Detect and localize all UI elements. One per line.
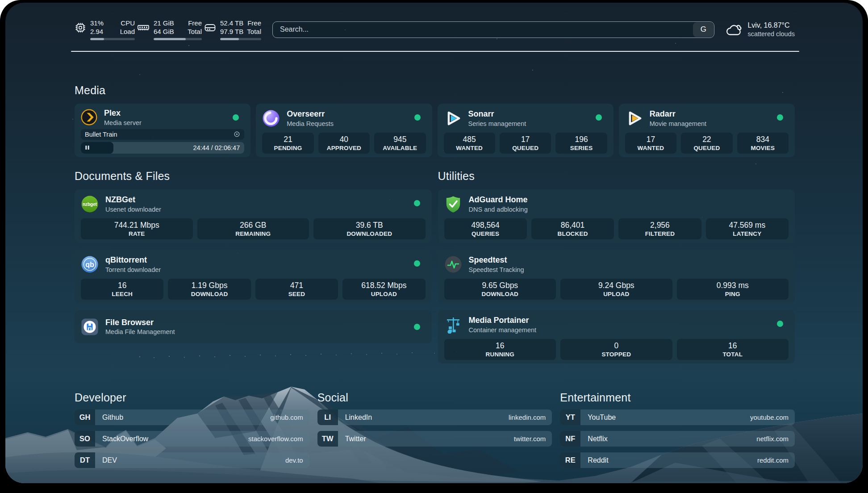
status-online-dot (596, 114, 602, 121)
stat-ping: 0.993 msPING (677, 279, 789, 300)
status-online-dot (414, 200, 420, 206)
service-card-overseerr[interactable]: OverseerrMedia Requests21PENDING40APPROV… (256, 104, 432, 157)
bookmark-abbr: NF (560, 431, 580, 447)
now-playing-row: Bullet Train (81, 129, 244, 140)
stat-label: APPROVED (327, 145, 361, 152)
stat-approved: 40APPROVED (318, 133, 370, 154)
radarr-icon (625, 109, 643, 127)
status-online-dot (777, 114, 783, 121)
service-subtitle: Media File Management (105, 328, 175, 335)
speedtest-icon (444, 255, 462, 273)
google-search-button[interactable]: G (693, 22, 714, 37)
stat-remaining: 266 GBREMAINING (197, 218, 309, 239)
bookmark-group-developer: DeveloperGHGithubgithub.comSOStackOverfl… (75, 391, 309, 468)
stat-label: REMAINING (235, 230, 271, 238)
stat-download: 9.65 GbpsDOWNLOAD (444, 279, 556, 300)
service-card-sonarr[interactable]: SonarrSeries management485WANTED17QUEUED… (438, 104, 613, 157)
stat-value: 498,564 (472, 221, 500, 230)
stat-label: UPLOAD (603, 291, 629, 298)
bookmark-reddit[interactable]: RERedditreddit.com (560, 452, 795, 468)
stat-value: 1.19 Gbps (192, 281, 228, 290)
service-card-nzbget[interactable]: nzbgetNZBGetUsenet downloader744.21 Mbps… (75, 189, 432, 243)
section-title-utilities: Utilities (438, 170, 795, 183)
bookmark-abbr: TW (317, 431, 338, 447)
service-name: Media Portainer (469, 316, 537, 325)
bookmark-abbr: DT (75, 452, 95, 468)
service-card-file-browser[interactable]: File BrowserMedia File Management (75, 310, 432, 343)
media-cards: PlexMedia serverBullet Train24:44 / 02:0… (75, 104, 795, 157)
search-input[interactable] (272, 21, 714, 38)
service-subtitle: Media server (104, 119, 142, 126)
memory-total-label: Total (188, 27, 202, 36)
stat-label: SEED (288, 291, 305, 298)
stat-label: MOVIES (751, 145, 775, 152)
service-subtitle: Torrent downloader (105, 266, 161, 273)
bookmark-github[interactable]: GHGithubgithub.com (75, 409, 309, 425)
stat-wanted: 485WANTED (444, 133, 495, 154)
stat-seed: 471SEED (255, 279, 338, 300)
service-card-plex[interactable]: PlexMedia serverBullet Train24:44 / 02:0… (75, 104, 250, 157)
bookmark-abbr: YT (560, 409, 580, 425)
service-name: AdGuard Home (469, 195, 528, 205)
bookmark-name: Twitter (338, 431, 366, 447)
service-subtitle: Media Requests (287, 120, 334, 127)
bookmark-abbr: LI (317, 409, 338, 425)
stat-leech: 16LEECH (81, 279, 163, 300)
status-online-dot (414, 324, 420, 330)
stat-queued: 22QUEUED (681, 133, 732, 154)
bookmark-netflix[interactable]: NFNetflixnetflix.com (560, 431, 795, 447)
storage-total-value: 97.9 TB (220, 27, 243, 36)
stat-value: 16 (496, 341, 504, 351)
bookmark-dev[interactable]: DTDEVdev.to (75, 452, 309, 468)
stat-value: 9.24 Gbps (598, 281, 634, 290)
service-name: Overseerr (287, 109, 334, 119)
service-subtitle: DNS and adblocking (469, 206, 528, 213)
service-subtitle: Usenet downloader (105, 206, 161, 213)
service-card-qbittorrent[interactable]: qbqBittorrentTorrent downloader16LEECH1.… (75, 250, 432, 303)
player-time: 24:44 / 02:06:47 (193, 142, 240, 154)
service-card-media-portainer[interactable]: Media PortainerContainer management16RUN… (438, 310, 795, 363)
session-icon (234, 131, 240, 138)
bookmark-youtube[interactable]: YTYouTubeyoutube.com (560, 409, 795, 425)
storage-free-label: Free (247, 19, 261, 27)
adguard-icon (444, 195, 462, 213)
storage-free-value: 52.4 TB (220, 19, 243, 27)
bookmark-linkedin[interactable]: LILinkedInlinkedin.com (317, 409, 552, 425)
stat-queued: 17QUEUED (500, 133, 551, 154)
cpu-load-value: 2.94 (90, 27, 104, 36)
service-name: Radarr (650, 109, 706, 119)
portainer-icon (444, 316, 462, 334)
stat-label: DOWNLOADED (346, 230, 392, 238)
service-card-speedtest[interactable]: SpeedtestSpeedtest Tracking9.65 GbpsDOWN… (438, 250, 795, 303)
weather-widget: Lviv, 16.87°C scattered clouds (725, 21, 795, 38)
stat-value: 9.65 Gbps (482, 281, 518, 290)
stat-label: RATE (129, 230, 145, 238)
stat-total: 16TOTAL (677, 339, 789, 360)
service-name: File Browser (105, 318, 175, 327)
stat-series: 196SERIES (555, 133, 607, 154)
stat-value: 471 (290, 281, 303, 290)
stat-value: 945 (393, 135, 406, 144)
bookmark-twitter[interactable]: TWTwittertwitter.com (317, 431, 552, 447)
section-utilities: Utilities AdGuard HomeDNS and adblocking… (438, 170, 795, 363)
service-card-adguard-home[interactable]: AdGuard HomeDNS and adblocking498,564QUE… (438, 189, 795, 243)
stat-blocked: 86,401BLOCKED (531, 218, 614, 239)
service-card-radarr[interactable]: RadarrMovie management17WANTED22QUEUED83… (619, 104, 795, 157)
stat-label: WANTED (456, 145, 483, 152)
stat-label: WANTED (638, 145, 664, 152)
stat-value: 485 (463, 135, 476, 144)
stat-label: PENDING (274, 145, 302, 152)
bookmark-url: netflix.com (756, 431, 795, 447)
stat-label: QUEUED (512, 145, 538, 152)
bookmark-name: Github (95, 409, 123, 425)
bookmark-url: stackoverflow.com (248, 431, 309, 447)
player-progress-bar[interactable]: 24:44 / 02:06:47 (81, 142, 244, 154)
memory-free-label: Free (188, 19, 202, 27)
memory-free-value: 21 GiB (154, 19, 174, 27)
top-divider (71, 51, 799, 52)
stat-label: BLOCKED (557, 230, 588, 238)
bookmark-stackoverflow[interactable]: SOStackOverflowstackoverflow.com (75, 431, 309, 447)
top-bar: 31% 2.94 CPU Load (75, 17, 795, 42)
snow-specks (5, 3, 6, 4)
stat-label: AVAILABLE (383, 145, 417, 152)
